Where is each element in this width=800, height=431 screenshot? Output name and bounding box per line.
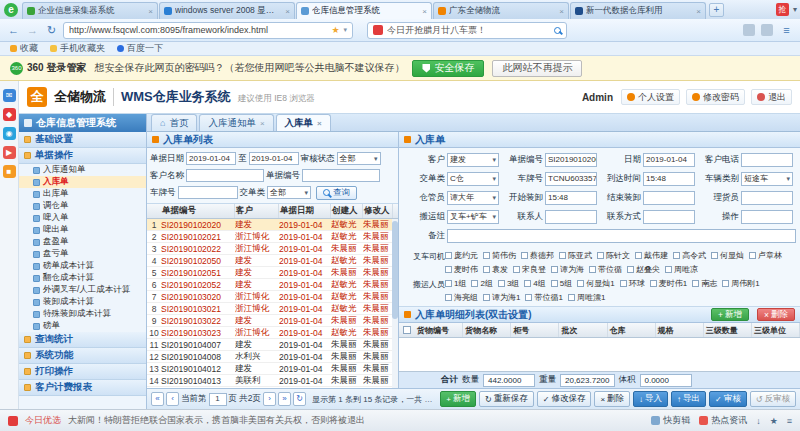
sidebar-item[interactable]: 入库通知单 [19, 164, 146, 176]
sidebar-item[interactable]: 入库单 [19, 176, 146, 188]
tab-close-icon[interactable]: × [148, 7, 153, 16]
crew-checkbox[interactable]: 麦时伟1 [650, 276, 687, 290]
list-column-header[interactable]: 修改人 [363, 204, 393, 218]
phone-input[interactable] [741, 153, 793, 167]
detail-column-header[interactable]: 货物编号 [415, 323, 463, 337]
bookmark-item[interactable]: 百度一下 [117, 42, 163, 55]
crew-checkbox[interactable]: 环球 [620, 276, 645, 290]
url-input[interactable]: http://www.fsqcwl.com:8095/framework/ind… [63, 22, 353, 39]
crew-checkbox[interactable]: 3组 [498, 276, 519, 290]
side-strip-icon[interactable]: ▶ [3, 146, 16, 159]
sidebar-item[interactable]: 装卸成本计算 [19, 296, 146, 308]
crew-checkbox[interactable]: 周唯凉 [665, 262, 698, 276]
sidebar-item[interactable]: 基础设置 [19, 132, 146, 148]
side-strip-icon[interactable]: ◆ [3, 108, 16, 121]
first-page-button[interactable]: « [151, 392, 164, 406]
customer-filter-input[interactable] [186, 169, 264, 182]
table-row[interactable]: 10 SI20190103023 浙江博化 2019-01-04 赵敏光 朱晨丽 [147, 327, 398, 339]
document-tab[interactable]: ⌂ 入库通知单 × [199, 114, 273, 131]
toolbar-button[interactable]: × 删除 [594, 391, 630, 407]
crew-checkbox[interactable]: 海亮组 [445, 290, 478, 304]
toolbar-button[interactable]: ↺ 反审核 [750, 391, 796, 407]
crew-checkbox[interactable]: 戴伟建 [635, 248, 668, 262]
crew-checkbox[interactable]: 1组 [445, 276, 466, 290]
toolbar-button[interactable]: ✓ 审核 [709, 391, 747, 407]
sidebar-item[interactable]: 客户计费报表 [19, 380, 146, 396]
document-tab-close-icon[interactable]: × [260, 119, 265, 128]
table-row[interactable]: 4 SI20190102050 建发 2019-01-04 赵敏光 朱晨丽 [147, 255, 398, 267]
sidebar-item[interactable]: 系统功能 [19, 348, 146, 364]
tabbar-menu-icon[interactable]: ▾ [793, 5, 797, 14]
refresh-button[interactable]: ↻ [44, 24, 59, 37]
crew-checkbox[interactable]: 周伟刚1 [722, 276, 759, 290]
audit-status-select[interactable]: 全部 [337, 152, 381, 165]
operation-input[interactable] [741, 210, 793, 224]
document-tab-close-icon[interactable]: × [317, 119, 322, 128]
side-strip-icon[interactable]: ◉ [3, 127, 16, 140]
toolbar-button[interactable]: ↓ 导入 [633, 391, 668, 407]
keeper-select[interactable]: 谭大年 [447, 191, 499, 205]
new-tab-button[interactable]: + [709, 3, 724, 17]
plate-filter-input[interactable] [178, 186, 238, 199]
page-number-input[interactable]: 1 [209, 393, 227, 406]
url-dropdown-icon[interactable]: ▾ [343, 26, 347, 34]
crew-checkbox[interactable]: 2组 [471, 276, 492, 290]
sidebar-item[interactable]: 外调叉车/人工成本计算 [19, 284, 146, 296]
crew-checkbox[interactable]: 麦时伟 [445, 262, 478, 276]
date-from-input[interactable]: 2019-01-04 [186, 152, 236, 165]
browser-tab[interactable]: 仓库信息管理系统 × [296, 2, 432, 19]
toolbar-button[interactable]: + 新增 [440, 391, 476, 407]
document-tab[interactable]: ⌂ 入库单 × [276, 114, 331, 131]
crew-checkbox[interactable]: 宋良登 [513, 262, 546, 276]
table-row[interactable]: 3 SI20190102022 浙江博化 2019-01-04 朱晨丽 朱晨丽 [147, 243, 398, 255]
detail-column-header[interactable]: 批次 [559, 323, 607, 337]
crew-checkbox[interactable]: 何显灿1 [577, 276, 614, 290]
browser-tab[interactable]: windows server 2008 显示界面 × [159, 2, 295, 19]
list-column-header[interactable]: 创建人 [331, 204, 363, 218]
tally-input[interactable] [741, 191, 793, 205]
detail-delete-button[interactable]: × 删除 [757, 308, 795, 321]
toolbar-button[interactable]: ✓ 修改保存 [537, 391, 592, 407]
favorites-icon[interactable]: ★ [770, 416, 778, 426]
crew-checkbox[interactable]: 谭为海 [551, 262, 584, 276]
date-to-input[interactable]: 2019-01-04 [249, 152, 299, 165]
crew-checkbox[interactable]: 带位循 [589, 262, 622, 276]
tab-close-icon[interactable]: × [559, 7, 564, 16]
side-strip-icon[interactable]: ✉ [3, 89, 16, 102]
table-row[interactable]: 12 SI20190104008 水利兴 2019-01-04 朱晨丽 朱晨丽 [147, 351, 398, 363]
header-link[interactable]: 退出 [751, 89, 792, 105]
end-input[interactable] [643, 191, 695, 205]
detail-column-header[interactable]: 三级单位 [752, 323, 800, 337]
table-row[interactable]: 13 SI20190104012 建发 2019-01-04 朱晨丽 朱晨丽 [147, 363, 398, 375]
sidebar-item[interactable]: 盘盈单 [19, 236, 146, 248]
ticket-grabber-icon[interactable]: 抢 [776, 3, 789, 16]
table-row[interactable]: 1 SI20190102020 建发 2019-01-04 赵敏光 朱晨丽 [147, 219, 398, 231]
document-tab[interactable]: ⌂ 首页 × [151, 114, 197, 131]
customer-select[interactable]: 建发 [447, 153, 499, 167]
sidebar-item[interactable]: 打印操作 [19, 364, 146, 380]
table-row[interactable]: 8 SI20190103021 浙江博化 2019-01-04 赵敏光 朱晨丽 [147, 303, 398, 315]
table-row[interactable]: 11 SI20190104007 建发 2019-01-04 朱晨丽 朱晨丽 [147, 339, 398, 351]
crew-checkbox[interactable]: 谭为海1 [483, 290, 520, 304]
scrollbar-thumb[interactable] [392, 221, 398, 319]
back-button[interactable]: ← [6, 24, 21, 36]
browser-tab[interactable]: 企业信息采集器系统 × [22, 2, 158, 19]
sidebar-item[interactable]: 查询统计 [19, 332, 146, 348]
remark-input[interactable] [447, 229, 796, 243]
contact-way-input[interactable] [643, 210, 695, 224]
download-icon[interactable]: ↓ [756, 416, 761, 426]
vehicle-select[interactable]: 短途车 [741, 172, 793, 186]
search-button[interactable]: 查询 [316, 186, 357, 200]
browser-tab[interactable]: 新一代数据仓库利用 × [570, 2, 706, 19]
list-scrollbar[interactable] [392, 219, 398, 388]
list-column-header[interactable]: 客户 [235, 204, 279, 218]
date-input[interactable]: 2019-01-04 [643, 153, 695, 167]
status-tool[interactable]: 快剪辑 [651, 414, 690, 427]
header-link[interactable]: 个人设置 [621, 89, 680, 105]
select-all-checkbox[interactable] [403, 326, 411, 334]
sidebar-item[interactable]: 磅单成本计算 [19, 260, 146, 272]
daily-picks-label[interactable]: 今日优选 [25, 414, 61, 427]
crew-checkbox[interactable]: 南志 [692, 276, 717, 290]
list-column-header[interactable]: 单据编号 [161, 204, 235, 218]
status-menu-icon[interactable]: ≡ [787, 416, 792, 426]
